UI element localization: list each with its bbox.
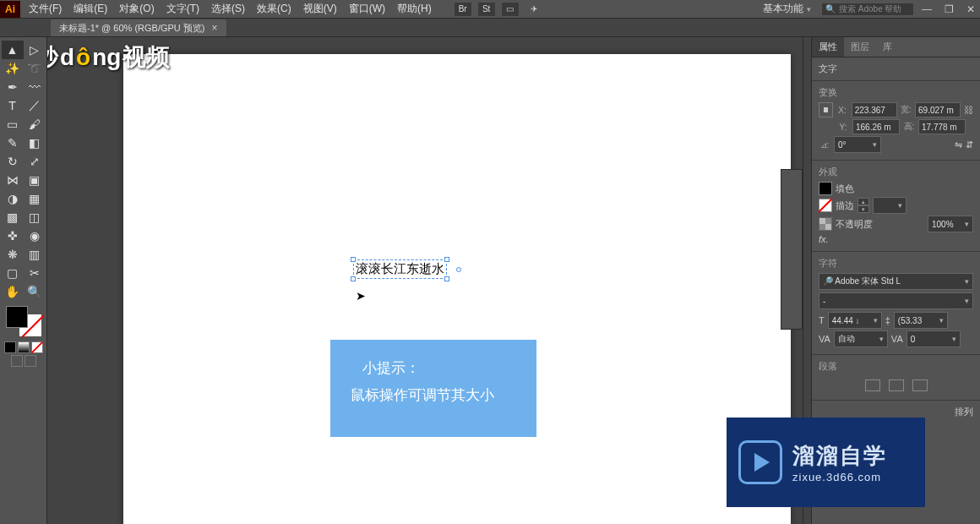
color-mode-solid[interactable] (4, 341, 16, 353)
link-wh-icon[interactable]: ⛓ (964, 105, 973, 115)
flip-h-icon[interactable]: ⇋ (955, 139, 962, 150)
menu-edit[interactable]: 编辑(E) (68, 0, 112, 19)
hand-tool[interactable]: ✋ (2, 282, 24, 301)
artboard-tool[interactable]: ▢ (2, 264, 24, 282)
tab-properties[interactable]: 属性 (812, 37, 844, 57)
draw-normal-icon[interactable] (11, 355, 23, 367)
flip-v-icon[interactable]: ⇵ (966, 139, 973, 150)
kerning-input[interactable]: 自动▾ (834, 330, 888, 347)
tip-title: 小提示： (362, 355, 516, 382)
appearance-title: 外观 (819, 166, 973, 178)
handle-tl[interactable] (351, 257, 356, 262)
pen-tool[interactable]: ✒ (2, 78, 24, 96)
blend-tool[interactable]: ◉ (24, 227, 46, 245)
close-button[interactable]: ✕ (961, 2, 980, 17)
rotate-tool[interactable]: ↻ (2, 152, 24, 171)
symbol-spray-tool[interactable]: ❋ (2, 245, 24, 264)
artboard[interactable]: 滚滚长江东逝水 ➤ 小提示： 鼠标操作可调节其大小 (123, 54, 791, 524)
reference-point[interactable] (819, 102, 833, 117)
handle-port[interactable] (456, 267, 461, 272)
restore-button[interactable]: ❐ (939, 2, 958, 17)
bridge-icon[interactable]: Br (454, 2, 472, 17)
type-tool[interactable]: T (2, 96, 24, 115)
canvas-area[interactable]: 滚滚长江东逝水 ➤ 小提示： 鼠标操作可调节其大小 秒 d ô ng 视频 (47, 37, 811, 524)
leading-input[interactable]: (53.33▾ (894, 312, 948, 329)
fill-stroke-control[interactable] (4, 306, 43, 340)
eyedropper-tool[interactable]: ✜ (2, 227, 24, 245)
font-style-select[interactable]: -▾ (819, 292, 973, 309)
align-right-icon[interactable] (912, 379, 928, 391)
menu-file[interactable]: 文件(F) (24, 0, 67, 19)
fill-swatch-panel[interactable] (819, 182, 832, 195)
mesh-tool[interactable]: ▩ (2, 208, 24, 227)
collapsed-panel-dock[interactable] (781, 169, 803, 330)
stroke-swatch-panel[interactable] (819, 199, 832, 212)
document-tab[interactable]: 未标题-1* @ 60% (RGB/GPU 预览) × (51, 19, 226, 36)
w-input[interactable]: 69.027 m (915, 102, 961, 117)
tab-libraries[interactable]: 库 (876, 37, 899, 57)
lasso-tool[interactable]: ➰ (24, 59, 46, 78)
arrange-icon[interactable]: ▭ (501, 2, 520, 17)
stroke-weight-input[interactable]: ▾ (873, 197, 906, 214)
opacity-input[interactable]: 100%▾ (928, 216, 973, 232)
handle-bl[interactable] (351, 276, 356, 281)
handle-br[interactable] (444, 276, 449, 281)
angle-input[interactable]: 0°▾ (834, 136, 881, 153)
tab-close-icon[interactable]: × (212, 22, 218, 34)
menu-items: 文件(F) 编辑(E) 对象(O) 文字(T) 选择(S) 效果(C) 视图(V… (24, 0, 437, 19)
menu-object[interactable]: 对象(O) (114, 0, 159, 19)
eraser-tool[interactable]: ◧ (24, 134, 46, 152)
perspective-tool[interactable]: ▦ (24, 189, 46, 208)
fx-button[interactable]: fx. (819, 234, 829, 244)
selection-tool[interactable]: ▲ (2, 41, 24, 59)
stock-icon[interactable]: St (477, 2, 496, 17)
graph-tool[interactable]: ▥ (24, 245, 46, 264)
help-search[interactable]: 🔍 搜索 Adobe 帮助 (821, 3, 914, 16)
magic-wand-tool[interactable]: ✨ (2, 59, 24, 78)
handle-tr[interactable] (444, 257, 449, 262)
zoom-tool[interactable]: 🔍 (24, 282, 46, 301)
fill-swatch[interactable] (6, 306, 28, 328)
color-mode-none[interactable] (31, 341, 43, 353)
rectangle-tool[interactable]: ▭ (2, 115, 24, 134)
brush-tool[interactable]: 🖌 (24, 115, 46, 134)
brand-url: zixue.3d66.com (792, 471, 887, 483)
font-size-input[interactable]: 44.44 ↓▾ (828, 312, 882, 329)
menu-effect[interactable]: 效果(C) (252, 0, 297, 19)
screen-mode-icon[interactable] (24, 355, 36, 367)
free-transform-tool[interactable]: ▣ (24, 171, 46, 189)
color-mode-gradient[interactable] (18, 341, 30, 353)
font-family-select[interactable]: 🔎 Adobe 宋体 Std L▾ (819, 273, 973, 290)
minimize-button[interactable]: — (917, 2, 936, 17)
menu-window[interactable]: 窗口(W) (344, 0, 390, 19)
gpu-icon[interactable]: ✈ (525, 2, 543, 17)
tab-layers[interactable]: 图层 (844, 37, 876, 57)
tip-body: 鼠标操作可调节其大小 (351, 382, 516, 409)
text-object[interactable]: 滚滚长江东逝水 (353, 259, 447, 279)
x-input[interactable]: 223.367 (852, 102, 897, 117)
align-center-icon[interactable] (889, 379, 904, 391)
gradient-tool[interactable]: ◫ (24, 208, 46, 227)
wm-o: ô (76, 44, 90, 71)
cursor-icon: ➤ (356, 289, 366, 303)
width-tool[interactable]: ⋈ (2, 171, 24, 189)
line-tool[interactable]: ／ (24, 96, 46, 115)
menu-select[interactable]: 选择(S) (206, 0, 250, 19)
stroke-weight-spinner[interactable]: ▴▾ (858, 198, 869, 213)
workspace-switcher[interactable]: 基本功能 ▾ (756, 0, 818, 19)
tracking-input[interactable]: 0▾ (906, 330, 961, 347)
menu-view[interactable]: 视图(V) (298, 0, 342, 19)
scale-tool[interactable]: ⤢ (24, 152, 46, 171)
shaper-tool[interactable]: ✎ (2, 134, 24, 152)
menu-type[interactable]: 文字(T) (161, 0, 204, 19)
menu-help[interactable]: 帮助(H) (392, 0, 437, 19)
h-input[interactable]: 17.778 m (918, 119, 966, 134)
curvature-tool[interactable]: 〰 (24, 78, 46, 96)
direct-select-tool[interactable]: ▷ (24, 41, 46, 59)
shape-builder-tool[interactable]: ◑ (2, 189, 24, 208)
screen-mode-row (11, 355, 36, 367)
slice-tool[interactable]: ✂ (24, 264, 46, 282)
app-logo: Ai (0, 1, 20, 18)
y-input[interactable]: 166.26 m (852, 119, 900, 134)
align-left-icon[interactable] (865, 379, 880, 391)
